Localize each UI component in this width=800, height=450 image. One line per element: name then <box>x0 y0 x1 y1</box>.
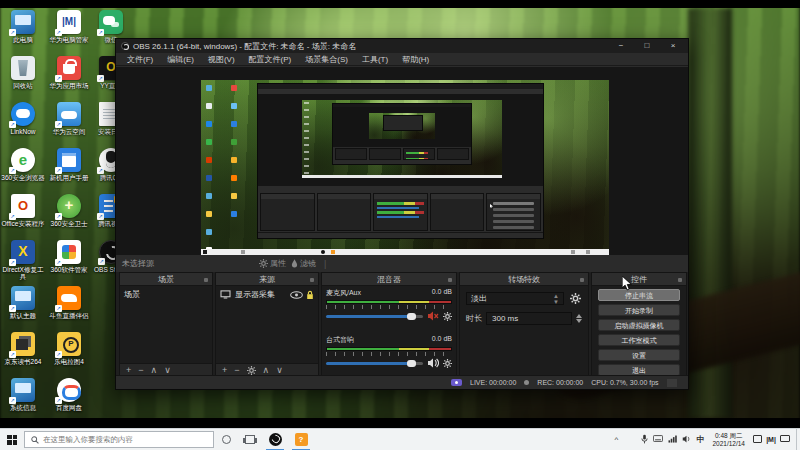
tray-expand-button[interactable]: ^ <box>609 435 623 444</box>
speaker-icon[interactable] <box>427 358 439 368</box>
mixer-dock-header[interactable]: 混音器 <box>322 273 456 286</box>
volume-slider[interactable] <box>326 362 423 365</box>
controls-dock-header[interactable]: 控件 <box>592 273 686 286</box>
volume-tray-button[interactable] <box>679 435 693 445</box>
desktop-icon-jd-reader[interactable]: 京东读书264 <box>0 332 46 365</box>
lock-icon[interactable] <box>306 290 314 300</box>
volume-slider-handle[interactable] <box>407 313 416 320</box>
shortcut-arrow-icon <box>98 258 105 265</box>
desktop-icon-360-browser[interactable]: 360安全浏览器 <box>0 148 46 181</box>
dock-options-icon[interactable] <box>204 278 208 282</box>
menu-scene-collection[interactable]: 场景集合(S) <box>298 54 355 65</box>
action-center-button[interactable] <box>750 435 764 445</box>
settings-button[interactable]: 设置 <box>598 349 680 361</box>
source-properties-gear-icon[interactable] <box>247 366 256 375</box>
huawei-tray-button[interactable]: |M| <box>764 436 778 443</box>
volume-slider[interactable] <box>326 315 423 318</box>
volume-slider-handle[interactable] <box>407 360 416 367</box>
scenes-dock-header[interactable]: 场景 <box>120 273 212 286</box>
start-recording-button[interactable]: 开始录制 <box>598 304 680 316</box>
office-icon <box>11 194 35 218</box>
scenes-list[interactable]: 场景 <box>120 286 212 363</box>
network-tray-button[interactable] <box>665 435 679 445</box>
menu-view[interactable]: 视图(V) <box>201 54 242 65</box>
studio-mode-button[interactable]: 工作室模式 <box>598 334 680 346</box>
transition-select[interactable]: 淡出 ▲▼ <box>466 292 564 305</box>
icon-label: 回收站 <box>0 82 46 89</box>
desktop-icon-recycle-bin[interactable]: 回收站 <box>0 56 46 89</box>
spinner-up-icon[interactable] <box>576 314 582 318</box>
wechat-icon <box>99 10 123 34</box>
duration-spinner[interactable] <box>576 314 582 323</box>
task-view-button[interactable] <box>238 429 262 450</box>
icon-label: 360安全卫士 <box>46 220 92 227</box>
visibility-eye-icon[interactable] <box>290 291 303 299</box>
desktop-icon-360-software[interactable]: 360软件管家 <box>46 240 92 273</box>
filters-button[interactable]: 滤镜 <box>291 258 316 269</box>
preview-level2-docks <box>333 147 471 161</box>
menu-help[interactable]: 帮助(H) <box>395 54 436 65</box>
taskbar-search[interactable] <box>24 431 214 448</box>
mixer-dock: 混音器 麦克风/Aux 0.0 dB <box>321 272 457 377</box>
desktop-icon-douyu-companion[interactable]: 斗鱼直播伴侣 <box>46 286 92 319</box>
microphone-tray-button[interactable] <box>637 434 651 446</box>
channel-settings-gear-icon[interactable] <box>443 359 452 368</box>
duration-input[interactable]: 300 ms <box>486 312 572 325</box>
mute-speaker-icon[interactable] <box>427 311 439 321</box>
desktop-icon-ledian[interactable]: 乐电拉图4 <box>46 332 92 365</box>
transitions-dock-header[interactable]: 转场特效 <box>460 273 588 286</box>
sources-list[interactable]: 显示器采集 <box>216 286 318 363</box>
properties-button[interactable]: 属性 <box>259 258 286 269</box>
desktop-icon-this-pc[interactable]: 此电脑 <box>0 10 46 43</box>
gear-icon <box>570 293 581 304</box>
maximize-button[interactable]: □ <box>634 39 660 53</box>
desktop-icon-default-theme[interactable]: 默认主题 <box>0 286 46 319</box>
shortcut-arrow-icon <box>9 213 16 220</box>
desktop-icon-office-tool[interactable]: Office安装程序 <box>0 194 46 227</box>
obs-menubar: 文件(F) 编辑(E) 视图(V) 配置文件(P) 场景集合(S) 工具(T) … <box>116 53 688 66</box>
preview-level2 <box>302 100 502 178</box>
desktop-icon-baidu-netdisk[interactable]: 百度网盘 <box>46 378 92 411</box>
menu-tools[interactable]: 工具(T) <box>355 54 395 65</box>
menu-profile[interactable]: 配置文件(P) <box>242 54 299 65</box>
menu-edit[interactable]: 编辑(E) <box>160 54 201 65</box>
menu-file[interactable]: 文件(F) <box>120 54 160 65</box>
desktop-icon-system-info[interactable]: 系统信息 <box>0 378 46 411</box>
spinner-down-icon[interactable] <box>576 319 582 323</box>
channel-settings-gear-icon[interactable] <box>443 312 452 321</box>
taskbar-orange-app[interactable] <box>288 429 314 450</box>
taskbar-clock[interactable]: 0:48 周二 2021/12/14 <box>707 432 750 447</box>
desktop-icon-huawei-cloud[interactable]: 华为云空间 <box>46 102 92 135</box>
obs-titlebar[interactable]: OBS 26.1.1 (64-bit, windows) - 配置文件: 未命名… <box>116 39 688 53</box>
touch-keyboard-button[interactable] <box>778 435 792 444</box>
desktop-icon-directx-repair[interactable]: DirectX修复工具 <box>0 240 46 280</box>
dock-options-icon[interactable] <box>448 278 452 282</box>
ime-indicator[interactable]: 中 <box>693 434 707 445</box>
transition-settings-button[interactable] <box>568 292 582 305</box>
desktop-icon-huawei-appgallery[interactable]: 华为应用市场 <box>46 56 92 89</box>
desktop-icon-huawei-pc-manager[interactable]: 华为电脑管家 <box>46 10 92 43</box>
stop-streaming-button[interactable]: 停止串流 <box>598 289 680 301</box>
keyboard-tray-button[interactable] <box>651 435 665 444</box>
display-capture-preview[interactable] <box>201 80 609 255</box>
desktop-icon-new-user-manual[interactable]: 新机用户手册 <box>46 148 92 181</box>
start-button[interactable] <box>0 429 24 450</box>
dock-options-icon[interactable] <box>580 278 584 282</box>
360-browser-icon <box>11 148 35 172</box>
obs-canvas[interactable] <box>116 67 688 255</box>
cortana-button[interactable] <box>214 429 238 450</box>
dock-options-icon[interactable] <box>310 278 314 282</box>
show-desktop-button[interactable] <box>796 429 800 450</box>
close-button[interactable]: × <box>660 39 686 53</box>
scene-item[interactable]: 场景 <box>120 286 212 303</box>
source-item[interactable]: 显示器采集 <box>216 286 318 303</box>
taskbar-obs-app[interactable] <box>262 429 288 450</box>
desktop-icon-linknow[interactable]: LinkNow <box>0 102 46 135</box>
dock-options-icon[interactable] <box>678 278 682 282</box>
start-virtual-camera-button[interactable]: 启动虚拟摄像机 <box>598 319 680 331</box>
desktop-icon-360-safe[interactable]: 360安全卫士 <box>46 194 92 227</box>
sources-dock-header[interactable]: 来源 <box>216 273 318 286</box>
minimize-button[interactable]: − <box>608 39 634 53</box>
search-input[interactable] <box>43 435 203 444</box>
preview-transitions-panel <box>430 193 485 231</box>
